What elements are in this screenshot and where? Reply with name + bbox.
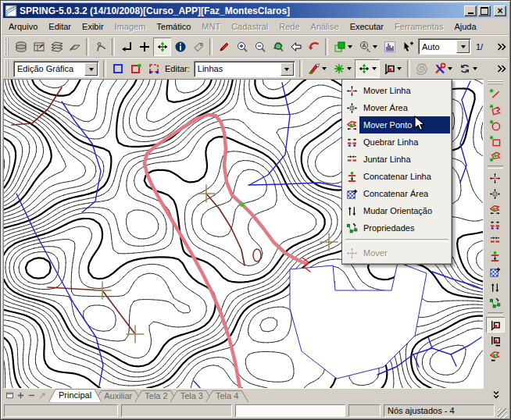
- orientation-button[interactable]: [486, 279, 505, 295]
- tab-principal[interactable]: Principal: [48, 389, 102, 402]
- move-tool-button[interactable]: [153, 37, 171, 56]
- close-button[interactable]: ×: [494, 5, 506, 16]
- cursor-plus-button[interactable]: [398, 37, 416, 56]
- point-delete-button[interactable]: [486, 348, 505, 364]
- toolbar-handle[interactable]: [5, 60, 9, 77]
- menu-item-mover-area[interactable]: Mover Área: [344, 99, 450, 116]
- dashed-rect-button[interactable]: [145, 59, 163, 78]
- create-circle-button[interactable]: [486, 117, 505, 133]
- menu-item-mover-linha[interactable]: Mover Linha: [344, 82, 450, 99]
- acquire-button[interactable]: [356, 37, 381, 56]
- zoom-in-button[interactable]: [233, 37, 251, 56]
- info-button[interactable]: [171, 37, 189, 56]
- move-area-button[interactable]: [486, 186, 505, 201]
- node-edit-button[interactable]: [486, 317, 505, 333]
- toolbar-separator: [407, 60, 410, 77]
- tab-tela-4[interactable]: Tela 4: [205, 390, 248, 402]
- tools-button[interactable]: [431, 59, 456, 78]
- tiny-window-button[interactable]: [5, 390, 15, 400]
- tag-button[interactable]: [189, 37, 207, 56]
- menu-editar[interactable]: Editar: [43, 20, 77, 34]
- menu-exibir[interactable]: Exibir: [77, 20, 109, 34]
- chevron-down-icon[interactable]: [448, 67, 452, 70]
- pan-button[interactable]: [91, 37, 109, 56]
- create-polygon-icon: [489, 104, 501, 116]
- asterisk-icon: [333, 62, 345, 75]
- back-arrow-button[interactable]: [287, 37, 305, 56]
- context-menu: Mover LinhaMover ÁreaMover PontoQuebrar …: [341, 79, 452, 265]
- chevron-down-icon[interactable]: [397, 67, 402, 70]
- combo-dropdown-button[interactable]: [281, 62, 294, 76]
- refresh-button[interactable]: [456, 59, 481, 78]
- move-point-icon: [489, 204, 501, 215]
- toolbar-handle[interactable]: [5, 38, 9, 55]
- toolbar-overflow-button[interactable]: [494, 38, 508, 55]
- undo-button[interactable]: [305, 37, 323, 56]
- tiny-minus-button[interactable]: [27, 390, 37, 400]
- break-line-button[interactable]: [486, 217, 505, 233]
- chevron-down-icon[interactable]: [473, 67, 477, 70]
- move-point-button[interactable]: [486, 201, 505, 217]
- node-delete-button[interactable]: [486, 333, 505, 348]
- chevron-down-icon[interactable]: [347, 67, 352, 70]
- zoom-out-button[interactable]: [251, 37, 269, 56]
- tabbar-overflow-button[interactable]: [487, 390, 506, 400]
- tiny-plus-button[interactable]: [16, 390, 26, 400]
- mode-combo[interactable]: Edição Gráfica: [13, 61, 99, 77]
- composition-button[interactable]: [331, 37, 356, 56]
- concat-area-button[interactable]: [486, 264, 505, 279]
- chevron-down-icon[interactable]: [348, 45, 352, 48]
- menu-item-mudar-orientacao[interactable]: Mudar Orientação: [344, 202, 450, 219]
- minimize-button[interactable]: [464, 5, 477, 16]
- chevron-down-icon[interactable]: [372, 67, 377, 70]
- menu-executar[interactable]: Executar: [345, 20, 389, 34]
- menu-item-concatenar-linha[interactable]: Concatenar Linha: [344, 168, 450, 185]
- toolbar-handle[interactable]: [488, 80, 503, 85]
- node-edit-button[interactable]: [380, 59, 405, 78]
- maximize-button[interactable]: [478, 5, 491, 16]
- zoom-scale-combo[interactable]: Auto: [418, 38, 471, 55]
- menu-item-juntar-linha[interactable]: Juntar Linha: [344, 151, 450, 168]
- concat-line-button[interactable]: [486, 248, 505, 264]
- create-line-button[interactable]: [486, 86, 505, 101]
- red-rect-button[interactable]: [127, 59, 145, 78]
- chevron-down-icon[interactable]: [373, 45, 377, 48]
- zoom-area-button[interactable]: [269, 37, 287, 56]
- edit-target-combo[interactable]: Linhas: [194, 61, 295, 77]
- menu-item-propriedades[interactable]: Propriedades: [344, 219, 450, 237]
- create-line-icon: [489, 88, 501, 100]
- pencil-button[interactable]: [215, 37, 233, 56]
- snap-button[interactable]: [117, 37, 135, 56]
- eraser-button[interactable]: [66, 37, 84, 56]
- flag-pencil-button[interactable]: [305, 59, 330, 78]
- combo-dropdown-button[interactable]: [84, 62, 98, 76]
- properties-button[interactable]: [486, 295, 505, 311]
- create-point-button[interactable]: [486, 148, 505, 164]
- layers-button[interactable]: [48, 37, 66, 56]
- menu-arquivo[interactable]: Arquivo: [3, 20, 43, 34]
- toolbar-overflow-button[interactable]: [494, 60, 508, 77]
- menu-ajuda[interactable]: Ajuda: [448, 20, 481, 34]
- histogram-button[interactable]: [381, 37, 398, 56]
- move-tool-button[interactable]: [355, 59, 380, 78]
- menu-item-concatenar-area[interactable]: Concatenar Área: [344, 185, 450, 202]
- join-line-button[interactable]: [486, 233, 505, 248]
- database-button[interactable]: [12, 37, 30, 56]
- resize-grip[interactable]: [498, 408, 507, 418]
- selected-point-marker[interactable]: [241, 203, 245, 207]
- asterisk-button[interactable]: [330, 59, 355, 78]
- menu-imagem: Imagem: [109, 20, 152, 34]
- crosshair-plus-button[interactable]: [135, 37, 153, 56]
- menu-item-mover-ponto[interactable]: Mover Ponto: [344, 116, 450, 133]
- combo-dropdown-button[interactable]: [456, 40, 470, 53]
- create-rect-icon: [489, 135, 501, 147]
- menu-item-quebrar-linha[interactable]: Quebrar Linha: [344, 133, 450, 151]
- chevron-down-icon[interactable]: [322, 67, 327, 70]
- blue-rect-button[interactable]: [109, 59, 127, 78]
- create-polygon-button[interactable]: [486, 101, 505, 117]
- move-line-button[interactable]: [486, 170, 505, 186]
- create-rect-button[interactable]: [486, 133, 505, 148]
- report-button[interactable]: [30, 37, 48, 56]
- menu-tematico[interactable]: Temático: [151, 20, 196, 34]
- spiral-button[interactable]: [413, 59, 431, 78]
